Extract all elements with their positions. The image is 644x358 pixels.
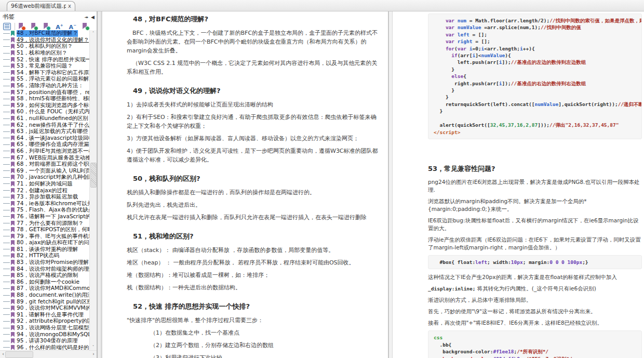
bookmark-item[interactable]: 87，说说你对AMD和Commonjs的理解 (0, 285, 90, 292)
bookmark-item[interactable]: 66，列举IE与其他浏览器不一样的特性？ (0, 148, 90, 155)
bookmark-icon (11, 70, 15, 75)
bookmark-item[interactable]: 90，说说你对MVC和MVVM的理解 (0, 305, 90, 312)
sidebar-vertical-scrollbar[interactable]: ˄ ˅ (89, 30, 97, 350)
bookmark-item[interactable]: 73，异步加载和延迟加载 (0, 194, 90, 201)
bookmark-icon (11, 142, 15, 147)
scroll-down-icon[interactable]: ˅ (90, 344, 97, 350)
code-token: #00deff\9 (493, 356, 519, 358)
doc-paragraph: （3）利用递归进行下次比较 (150, 353, 381, 358)
code-token: ],quickSort(right)); (558, 101, 618, 107)
bookmark-item[interactable]: 51，栈和堆的区别？ (0, 50, 90, 57)
tree-connector (3, 288, 10, 289)
scroll-up-icon[interactable]: ˄ (90, 30, 97, 36)
bookmark-item[interactable]: 84，说说你对前端架构师的理解 (0, 266, 90, 272)
bookmark-item[interactable]: 56，清除浮动的几种方法： (0, 83, 90, 89)
bookmark-item[interactable]: 77，为什么要有同源限制？ (0, 220, 90, 227)
bookmark-item[interactable]: 53，常见兼容性问题？ (0, 63, 90, 70)
horizontal-scrollbar-thumb[interactable] (5, 351, 33, 358)
bookmark-label: 95，讲讲304缓存的原理 (17, 338, 77, 344)
bookmark-item[interactable]: 78，GET和POST的区别，何时使用POST (0, 227, 90, 233)
bookmark-add-icon[interactable] (31, 23, 37, 30)
bookmark-item[interactable]: 50，栈和队列的区别？ (0, 43, 90, 50)
bookmark-item[interactable]: 64，谈一谈Javascript垃圾回收方式 (0, 135, 90, 142)
tree-connector (3, 33, 10, 34)
bookmark-item[interactable]: 48，对BFC规范的理解？ (0, 30, 90, 37)
bookmark-item[interactable]: 94，说说mongoDB和MySQL的区别 (0, 331, 90, 338)
code-token: width (493, 259, 508, 265)
code-token (434, 24, 446, 30)
bookmark-item[interactable]: 62，new操作符具体干了什么呢? (0, 122, 90, 128)
code-token (434, 356, 439, 358)
bookmark-item[interactable]: 96，什么样的前端代码是好的 (0, 344, 90, 351)
tree-connector (3, 269, 10, 269)
bookmark-item[interactable]: 79，事件、IE与火狐的事件机制有什么区别 (0, 233, 90, 240)
bookmark-item[interactable]: 82，HTTP状态码 (0, 253, 90, 259)
bookmark-item[interactable]: 80，ajax的缺点和在IE下的问题？ (0, 240, 90, 246)
expand-panel-icon[interactable]: ↠ (85, 15, 89, 20)
bookmark-item[interactable]: 63，js延迟加载的方式有哪些？ (0, 128, 90, 135)
document-tab[interactable]: 96道web前端面试题.pdf x (7, 1, 75, 11)
bookmark-item[interactable]: 88，document.write()的用法 (0, 292, 90, 299)
bookmark-item[interactable]: 54，解释下浮动和它的工作原理？ (0, 70, 90, 76)
font-increase-icon[interactable]: A+ (56, 22, 63, 31)
panel-splitter[interactable] (97, 11, 102, 358)
bookmark-item[interactable]: 55，浮动元素引起的问题和解决办法？ (0, 76, 90, 83)
code-token: //弹出"2,16,32,37,45,87" (549, 122, 619, 128)
collapse-panel-icon[interactable]: ◀ (91, 15, 95, 20)
bookmark-item[interactable]: 85，说说严格模式的限制 (0, 272, 90, 279)
bookmark-item[interactable]: 57，position的值有哪些， relative和absolute定位 (0, 89, 90, 96)
tab-close-icon[interactable]: x (68, 4, 71, 9)
code-line: } (434, 87, 636, 94)
scroll-right-icon[interactable]: › (90, 351, 97, 358)
bookmark-remove-icon[interactable] (18, 23, 25, 30)
bookmark-item[interactable]: 91，请解释什么是事件代理 (0, 312, 90, 319)
doc-paragraph: 浏览器默认的margin和padding不同。解决方案是加一个全局的*{marg… (428, 197, 642, 213)
bookmark-icon (11, 306, 15, 311)
bookmark-item[interactable]: 95，讲讲304缓存的原理 (0, 338, 90, 344)
code-token: <arr.length; (484, 46, 520, 51)
bookmark-item[interactable]: 67，WEB应用从服务器主动推送数据的方式 (0, 154, 90, 161)
code-block: var num = Math.floor(arr.length/2);//找到中… (428, 14, 642, 139)
bookmark-item[interactable]: 59，如何实现浏览器内多个标签页之间的通信? (0, 102, 90, 109)
bookmark-item[interactable]: 81，谈谈你对重构的理解 (0, 246, 90, 253)
bookmark-label: 60，什么是 FOUC（无样式内容闪烁） (17, 109, 90, 115)
bookmark-item[interactable]: 71，如何解决跨域问题 (0, 181, 90, 188)
sidebar-horizontal-scrollbar[interactable]: ‹ › (0, 350, 97, 358)
bookmark-item[interactable]: 86，如何删除一个cookie (0, 279, 90, 286)
bookmark-item[interactable]: 93，说说网络分层里七层模型是哪七层 (0, 325, 90, 332)
bookmark-icon (11, 325, 15, 330)
font-decrease-icon[interactable]: A− (69, 22, 76, 31)
bookmark-item[interactable]: 89，git fetch和git pull的区别 (0, 298, 90, 305)
bookmark-icon (11, 207, 15, 213)
bookmark-item[interactable]: 69，一个页面从输入 URL到页面加载完 (0, 167, 90, 174)
doc-paragraph: 队列先进先出，栈先进后出。 (127, 201, 381, 209)
bookmark-locate-icon[interactable] (43, 23, 50, 30)
bookmark-item[interactable]: 52，快速 排序的思想并实现一个快排？ (0, 56, 90, 63)
code-token: ++){ (523, 46, 535, 51)
bookmark-item[interactable]: 74，ie各版本和chrome可以并行下载多少资源 (0, 200, 90, 207)
bookmark-item[interactable]: 61，null和undefined的区别 (0, 115, 90, 122)
bookmark-item[interactable]: 60，什么是 FOUC（无样式内容闪烁） (0, 109, 90, 115)
bookmark-item[interactable]: 76，请解释一下 JavaScript的同源策略 (0, 214, 90, 220)
bookmark-icon (11, 162, 15, 167)
bookmark-item[interactable]: 70，javascript对象的几种创建方式 (0, 174, 90, 181)
code-line: var left = []; (434, 31, 636, 38)
bookmark-item[interactable]: 65，哪些操作会造成内存泄漏？ (0, 141, 90, 148)
bookmark-item[interactable]: 83，说说你对Promise的理解 (0, 259, 90, 266)
bookmark-item[interactable]: 58，html5有哪些新特性、移除了那些元素？ (0, 96, 90, 102)
bookmark-item[interactable]: 49，说说你对语义化的理解？ (0, 37, 90, 44)
bookmark-item[interactable]: 75，Flash、Ajax各自的优缺点，如何取舍 (0, 207, 90, 214)
tree-connector (3, 347, 10, 348)
bookmark-item[interactable]: 72，创建ajax的过程 (0, 187, 90, 194)
bookmark-label: 77，为什么要有同源限制？ (17, 220, 84, 227)
bookmark-item[interactable]: 92，attribute和property的区别是什么 (0, 318, 90, 325)
bookmark-label: 94，说说mongoDB和MySQL的区别 (17, 331, 90, 338)
bookmark-item[interactable]: 68，对前端界面工程师这个职位是怎么理解的 (0, 161, 90, 168)
pdf-page-left: 48，对BFC规范的理解?BFC，块级格式化上下文，一个创建了新的BFC的盒子是… (102, 11, 388, 358)
bookmark-panel-icon[interactable] (3, 23, 11, 30)
vertical-scrollbar-thumb[interactable] (90, 163, 97, 188)
bookmark-label: 92，attribute和property的区别是什么 (17, 318, 90, 325)
bookmark-options-icon[interactable] (82, 23, 89, 30)
bookmark-icon (11, 338, 15, 343)
bookmark-label: 69，一个页面从输入 URL到页面加载完 (17, 167, 90, 174)
